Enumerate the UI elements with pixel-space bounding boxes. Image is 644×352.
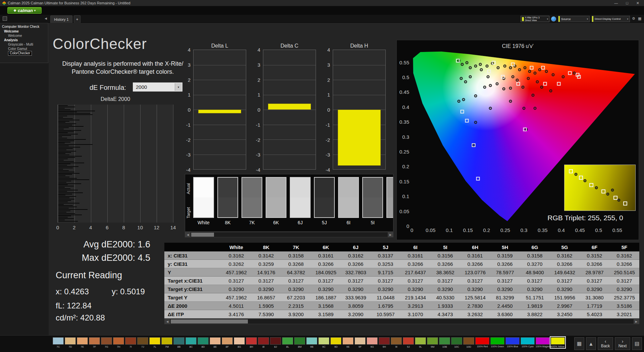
patch-button[interactable]: 8H (246, 337, 257, 348)
patch-button[interactable]: 7I (125, 337, 136, 348)
meter-connection-icon[interactable] (551, 16, 556, 21)
patch-button[interactable]: 9E (342, 337, 354, 348)
patch-button[interactable]: 10D (463, 337, 474, 348)
patch-button[interactable]: 9F (355, 337, 366, 348)
table-cell: 0.3266 (580, 260, 609, 268)
patch-button[interactable]: 7L (149, 337, 160, 348)
deltae-bar (58, 174, 72, 175)
patch-button[interactable]: 7C (53, 337, 64, 348)
deltae-bar (58, 129, 64, 129)
swatch-patch[interactable]: 5I (362, 177, 383, 225)
scroll-right-icon[interactable]: ▶ (634, 319, 639, 324)
de-formula-dropdown[interactable]: 2000 ▾ (133, 82, 182, 92)
table-scroll-track[interactable] (170, 319, 634, 324)
patch-button[interactable]: 9G (367, 337, 378, 348)
patch-button[interactable]: 100% Red (475, 337, 489, 348)
scroll-right-icon[interactable]: ▶ (388, 232, 393, 237)
patch-button[interactable]: 7E (77, 337, 88, 348)
close-button[interactable]: ✕ (636, 1, 639, 5)
deltae-bar (58, 177, 69, 177)
next-button[interactable]: › Next (615, 337, 630, 350)
patch-button[interactable]: 100% Yellow (551, 337, 565, 348)
patch-button[interactable]: 7F (89, 337, 100, 348)
patch-button[interactable]: 7D (65, 337, 76, 348)
sidebar-collapse-icon[interactable]: ◀ (45, 17, 47, 20)
swatch-patch[interactable]: 8K (217, 177, 238, 225)
swatch-patch[interactable]: 6J (290, 177, 311, 225)
sidebar-section-analysis[interactable]: Analysis (0, 38, 48, 42)
swatch-patch[interactable]: 6K (266, 177, 286, 225)
target-point (589, 183, 593, 187)
filmstrip-icon[interactable]: ▤ (632, 337, 642, 350)
scroll-left-icon[interactable]: ◀ (165, 319, 170, 324)
calman-menu-button[interactable]: ❖ calman ▾ (7, 7, 42, 14)
source-dropdown[interactable]: Source ▾ (558, 16, 590, 22)
patch-button[interactable]: 7J (137, 337, 148, 348)
patch-button[interactable]: 100% Blue (505, 337, 520, 348)
patch-button[interactable]: 8M (294, 337, 305, 348)
gridline (263, 110, 316, 110)
patch-button[interactable]: 7M (161, 337, 172, 348)
swatch-scroll-thumb[interactable] (191, 233, 214, 237)
swatch-patch[interactable]: 5J (314, 177, 335, 225)
patch-button[interactable]: 100% Magenta (536, 337, 550, 348)
minimize-button[interactable]: — (614, 1, 618, 5)
swatch-patch[interactable]: White (193, 177, 214, 225)
sidebar-section-welcome[interactable]: Welcome (0, 29, 48, 34)
display-control-accent (592, 16, 593, 22)
patch-button[interactable]: 8G (234, 337, 245, 348)
pattern-up-icon[interactable]: ▲ (586, 337, 596, 350)
swatch-patch[interactable]: 6H (386, 177, 393, 225)
patch-button[interactable]: 10C (451, 337, 462, 348)
patch-button[interactable]: 9D (330, 337, 341, 348)
patch-button[interactable]: 8C (185, 337, 197, 348)
patch-button[interactable]: 9I (391, 337, 402, 348)
table-scroll-thumb[interactable] (171, 319, 248, 324)
swatch-patch[interactable]: 6I (338, 177, 359, 225)
table-scrollbar[interactable]: ◀ ▶ (164, 319, 639, 324)
patch-button[interactable]: 9L (415, 337, 426, 348)
patch-button[interactable]: 8B (173, 337, 184, 348)
patch-button[interactable]: 8D (198, 337, 209, 348)
patch-button[interactable]: 100% Green (490, 337, 504, 348)
patch-button[interactable]: 9B (306, 337, 317, 348)
patch-button[interactable]: 8I (258, 337, 269, 348)
measured-point (573, 72, 576, 75)
settings-gear-icon[interactable]: ⚙ (632, 16, 635, 21)
pattern-window-icon[interactable]: ▦ (574, 337, 584, 350)
patch-button[interactable]: 9C (318, 337, 329, 348)
patch-button[interactable]: 9J (403, 337, 414, 348)
swatch-scrollbar[interactable]: ◀ ▶ (185, 232, 393, 237)
patch-button[interactable]: 8F (222, 337, 233, 348)
table-cell: 0.3262 (221, 260, 251, 268)
axis-tick-label: 3 (258, 62, 260, 67)
table-cell: 16.8657 (251, 293, 281, 301)
tab-history-1[interactable]: History 1 (50, 15, 72, 23)
scroll-left-icon[interactable]: ◀ (185, 232, 191, 237)
patch-button[interactable]: 7G (101, 337, 112, 348)
sidebar-item-welcome[interactable]: Welcome (0, 34, 48, 38)
sidebar-item-grayscale-multi[interactable]: Grayscale - Multi (0, 42, 48, 47)
patch-button[interactable]: 9M (427, 337, 438, 348)
sidebar-item-colorchecker[interactable]: ColorChecker (8, 51, 32, 56)
sidebar-item-color-gamut[interactable]: Color Gamut (0, 47, 48, 51)
display-control-dropdown[interactable]: Direct Display Control ▾ (592, 16, 630, 22)
patch-button[interactable]: 9H (379, 337, 390, 348)
patch-button[interactable]: 7H (113, 337, 124, 348)
patch-button[interactable]: 8E (210, 337, 221, 348)
table-cell: 0.3158 (281, 251, 311, 259)
patch-button[interactable]: 10B (439, 337, 450, 348)
column-header: 6J (341, 243, 371, 251)
maximize-button[interactable]: □ (626, 1, 628, 5)
swatch-scroll-track[interactable] (191, 232, 388, 237)
deltae-bar (58, 112, 77, 112)
back-button[interactable]: ‹ Back (598, 337, 613, 350)
panel-toggle-icon[interactable] (3, 16, 7, 21)
patch-button[interactable]: 8L (282, 337, 293, 348)
patch-button[interactable]: 8J (270, 337, 281, 348)
swatch-patch[interactable]: 7K (241, 177, 262, 225)
add-tab-button[interactable]: + (74, 15, 80, 23)
patch-button[interactable]: 100% Cyan (521, 337, 535, 348)
meter-dropdown[interactable]: X-Rite i1Pro 3 Direct View ▾ (521, 16, 549, 22)
workspace-grid-icon[interactable]: ▦ (638, 16, 641, 21)
